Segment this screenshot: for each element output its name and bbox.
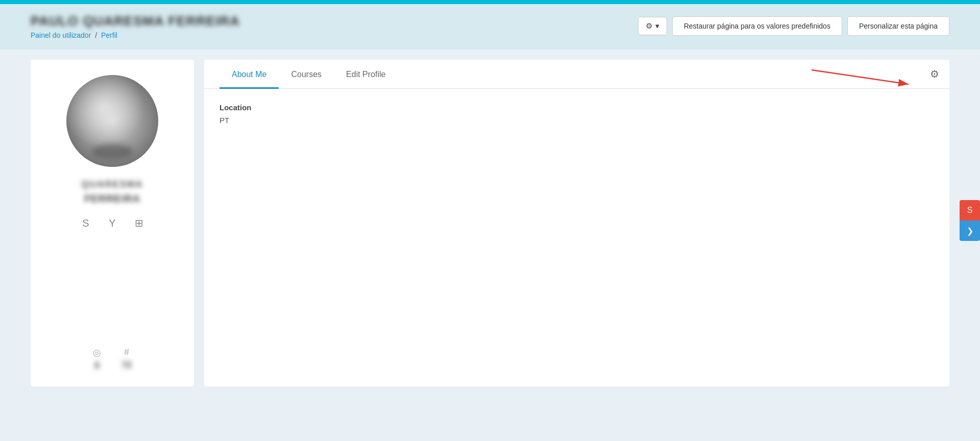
tab-courses[interactable]: Courses [279,60,334,89]
avatar-image [66,75,158,167]
user-name: QUARESMA [81,179,143,190]
header-left: PAULO QUARESMA FERREIRA Painel do utiliz… [31,13,240,39]
avatar [66,75,158,167]
courses-value: 0 [94,360,100,371]
tabs-gear-icon[interactable]: ⚙ [930,68,939,80]
courses-stat: ◎ 0 [93,347,101,371]
location-label: Location [219,103,934,112]
profile-stats: ◎ 0 # 72 [93,337,132,371]
tab-about-me[interactable]: About Me [219,60,279,89]
header-actions: ⚙ ▾ Restaurar página para os valores pre… [638,16,949,36]
skype-icon[interactable]: S [78,215,94,231]
score-value: 72 [121,360,132,371]
score-stat: # 72 [121,347,132,371]
floating-buttons: S ❯ [960,200,980,241]
breadcrumb: Painel do utilizador / Perfil [31,31,240,39]
top-bar [0,0,980,4]
main-content: QUARESMA FERREIRA S Y ⊞ ◎ 0 # 72 [0,50,980,407]
page-title: PAULO QUARESMA FERREIRA [31,13,240,29]
gear-dropdown-button[interactable]: ⚙ ▾ [638,17,667,35]
floating-bottom-button[interactable]: ❯ [960,220,980,241]
breadcrumb-separator: / [95,31,97,39]
yahoo-icon[interactable]: Y [104,215,120,231]
customize-page-button[interactable]: Personalizar esta página [847,16,949,36]
dropdown-arrow: ▾ [655,21,659,31]
header: PAULO QUARESMA FERREIRA Painel do utiliz… [0,4,980,50]
gear-icon: ⚙ [646,21,652,31]
user-lastname: FERREIRA [84,193,140,205]
breadcrumb-current: Perfil [101,31,117,39]
profile-sidebar: QUARESMA FERREIRA S Y ⊞ ◎ 0 # 72 [31,60,194,386]
breadcrumb-parent[interactable]: Painel do utilizador [31,31,91,39]
score-icon: # [124,347,129,358]
courses-icon: ◎ [93,347,101,358]
windows-icon[interactable]: ⊞ [131,215,147,231]
tabs-header: About Me Courses Edit Profile ⚙ [204,60,949,89]
tab-content-about-me: Location PT [204,89,949,149]
profile-main: About Me Courses Edit Profile ⚙ Location… [204,60,949,386]
location-value: PT [219,116,934,125]
restore-page-button[interactable]: Restaurar página para os valores predefi… [672,16,842,36]
floating-top-button[interactable]: S [960,200,980,220]
tab-edit-profile[interactable]: Edit Profile [334,60,398,89]
social-icons-row: S Y ⊞ [78,215,147,231]
